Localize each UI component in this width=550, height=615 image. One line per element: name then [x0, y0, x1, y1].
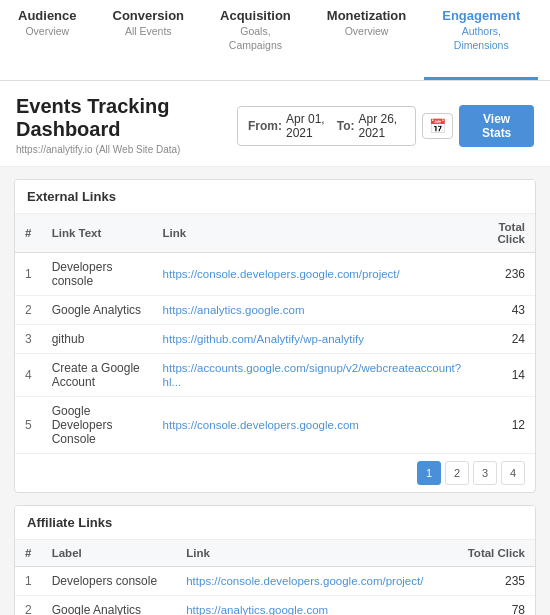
external-links-pagination: 1 2 3 4	[15, 453, 535, 492]
affiliate-links-title: Affiliate Links	[15, 506, 535, 540]
row-num: 5	[15, 397, 42, 454]
nav-item-acquisition[interactable]: Acquisition Goals, Campaigns	[202, 0, 309, 80]
row-link: https://analytics.google.com	[153, 296, 478, 325]
date-range-box: From: Apr 01, 2021 To: Apr 26, 2021	[237, 106, 416, 146]
row-label: Google Analytics	[42, 596, 177, 615]
row-num: 1	[15, 567, 42, 596]
nav-main-engagement: Engagement	[442, 8, 520, 25]
row-label: Developers console	[42, 253, 153, 296]
site-link[interactable]: https://analytify.io (All Web Site Data)	[16, 143, 180, 155]
link-anchor[interactable]: https://console.developers.google.com	[163, 419, 359, 431]
affiliate-links-table: # Label Link Total Click 1 Developers co…	[15, 540, 535, 615]
row-link: https://console.developers.google.com	[153, 397, 478, 454]
link-anchor[interactable]: https://github.com/Analytify/wp-analytif…	[163, 333, 364, 345]
col-label: Label	[42, 540, 177, 567]
row-clicks: 12	[477, 397, 535, 454]
row-clicks: 43	[477, 296, 535, 325]
external-links-section: External Links # Link Text Link Total Cl…	[14, 179, 536, 493]
row-link: https://accounts.google.com/signup/v2/we…	[153, 354, 478, 397]
row-num: 2	[15, 596, 42, 615]
row-num: 3	[15, 325, 42, 354]
row-num: 4	[15, 354, 42, 397]
nav-main-audience: Audience	[18, 8, 77, 25]
table-row: 2 Google Analytics https://analytics.goo…	[15, 296, 535, 325]
row-link: https://console.developers.google.com/pr…	[176, 567, 452, 596]
nav-item-audience[interactable]: Audience Overview	[0, 0, 95, 80]
row-link: https://console.developers.google.com/pr…	[153, 253, 478, 296]
row-clicks: 24	[477, 325, 535, 354]
header-left: Events Tracking Dashboard https://analyt…	[16, 95, 237, 156]
link-anchor[interactable]: https://analytics.google.com	[163, 304, 305, 316]
row-label: Google Analytics	[42, 296, 153, 325]
nav-sub-monetization: Overview	[327, 25, 406, 39]
row-link: https://analytics.google.com	[176, 596, 452, 615]
table-row: 3 github https://github.com/Analytify/wp…	[15, 325, 535, 354]
col-link-text: Link Text	[42, 214, 153, 253]
col-link: Link	[153, 214, 478, 253]
col-total-click: Total Click	[477, 214, 535, 253]
external-links-title: External Links	[15, 180, 535, 214]
row-clicks: 78	[452, 596, 535, 615]
row-label: Developers console	[42, 567, 177, 596]
row-clicks: 14	[477, 354, 535, 397]
link-anchor[interactable]: https://analytics.google.com	[186, 604, 328, 615]
row-clicks: 236	[477, 253, 535, 296]
row-num: 1	[15, 253, 42, 296]
nav-main-conversion: Conversion	[113, 8, 185, 25]
table-row: 1 Developers console https://console.dev…	[15, 253, 535, 296]
link-anchor[interactable]: https://console.developers.google.com/pr…	[186, 575, 423, 587]
table-row: 4 Create a Google Account https://accoun…	[15, 354, 535, 397]
col-total-click: Total Click	[452, 540, 535, 567]
page-btn-1[interactable]: 1	[417, 461, 441, 485]
page-btn-2[interactable]: 2	[445, 461, 469, 485]
page-btn-3[interactable]: 3	[473, 461, 497, 485]
external-links-table: # Link Text Link Total Click 1 Developer…	[15, 214, 535, 453]
row-label: Create a Google Account	[42, 354, 153, 397]
nav-sub-audience: Overview	[18, 25, 77, 39]
col-link: Link	[176, 540, 452, 567]
row-link: https://github.com/Analytify/wp-analytif…	[153, 325, 478, 354]
view-stats-button[interactable]: View Stats	[459, 105, 534, 147]
nav-main-monetization: Monetization	[327, 8, 406, 25]
nav-sub-conversion: All Events	[113, 25, 185, 39]
date-to-label: To:	[337, 119, 355, 133]
row-clicks: 235	[452, 567, 535, 596]
row-label: Google Developers Console	[42, 397, 153, 454]
nav-item-conversion[interactable]: Conversion All Events	[95, 0, 203, 80]
nav-sub-engagement: Authors, Dimensions	[442, 25, 520, 52]
row-num: 2	[15, 296, 42, 325]
affiliate-links-section: Affiliate Links # Label Link Total Click…	[14, 505, 536, 615]
col-num: #	[15, 214, 42, 253]
nav-item-realtime[interactable]: Real-Time Live State	[538, 0, 550, 80]
nav-item-engagement[interactable]: Engagement Authors, Dimensions	[424, 0, 538, 80]
table-row: 1 Developers console https://console.dev…	[15, 567, 535, 596]
page-btn-4[interactable]: 4	[501, 461, 525, 485]
nav-bar: Audience Overview Conversion All Events …	[0, 0, 550, 81]
link-anchor[interactable]: https://accounts.google.com/signup/v2/we…	[163, 362, 462, 388]
nav-main-acquisition: Acquisition	[220, 8, 291, 25]
site-label: (All Web Site Data)	[96, 144, 181, 155]
page-title: Events Tracking Dashboard	[16, 95, 237, 141]
page-header: Events Tracking Dashboard https://analyt…	[0, 81, 550, 167]
table-row: 5 Google Developers Console https://cons…	[15, 397, 535, 454]
table-row: 2 Google Analytics https://analytics.goo…	[15, 596, 535, 615]
nav-item-monetization[interactable]: Monetization Overview	[309, 0, 424, 80]
date-to-value: Apr 26, 2021	[359, 112, 406, 140]
row-label: github	[42, 325, 153, 354]
nav-sub-acquisition: Goals, Campaigns	[220, 25, 291, 52]
date-range: From: Apr 01, 2021 To: Apr 26, 2021 📅 Vi…	[237, 105, 534, 147]
date-from-value: Apr 01, 2021	[286, 112, 333, 140]
col-num: #	[15, 540, 42, 567]
main-content: External Links # Link Text Link Total Cl…	[0, 167, 550, 615]
calendar-icon[interactable]: 📅	[422, 113, 453, 139]
link-anchor[interactable]: https://console.developers.google.com/pr…	[163, 268, 400, 280]
date-from-label: From:	[248, 119, 282, 133]
